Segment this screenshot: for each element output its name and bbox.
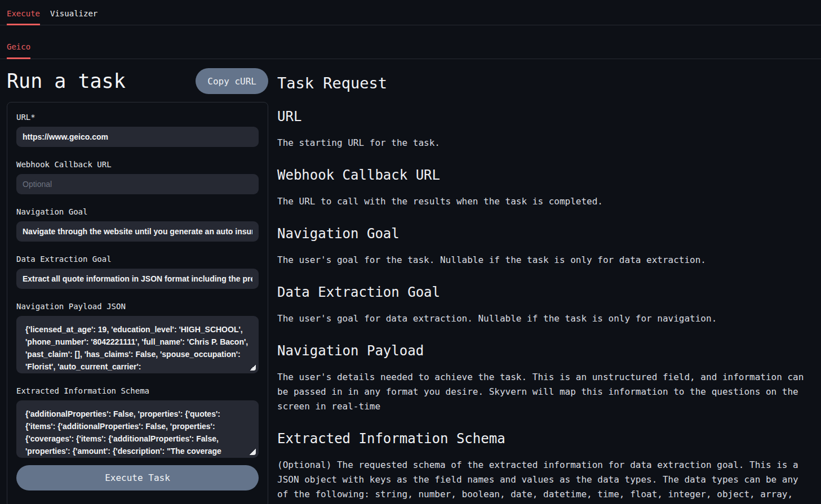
data-extraction-goal-label: Data Extraction Goal — [16, 255, 259, 264]
url-label: URL* — [16, 113, 259, 122]
run-task-panel: Run a task Copy cURL URL* Webhook Callba… — [7, 59, 268, 504]
doc-heading-webhook: Webhook Callback URL — [277, 167, 806, 183]
copy-curl-button[interactable]: Copy cURL — [196, 68, 268, 94]
data-extraction-goal-input[interactable] — [16, 269, 259, 289]
resize-handle-icon[interactable] — [250, 449, 256, 455]
navigation-payload-textarea[interactable]: {'licensed_at_age': 19, 'education_level… — [16, 316, 259, 373]
tab-visualizer[interactable]: Visualizer — [50, 0, 97, 25]
doc-heading-data-extraction-goal: Data Extraction Goal — [277, 284, 806, 300]
task-request-docs: Task Request URL The starting URL for th… — [277, 59, 806, 504]
webhook-label: Webhook Callback URL — [16, 160, 259, 169]
extracted-schema-textarea[interactable]: {'additionalProperties': False, 'propert… — [16, 400, 259, 458]
navigation-payload-wrap: {'licensed_at_age': 19, 'education_level… — [16, 316, 259, 373]
page-body: Run a task Copy cURL URL* Webhook Callba… — [0, 59, 821, 504]
doc-body-extracted-schema: (Optional) The requested schema of the e… — [277, 458, 806, 504]
doc-body-webhook: The URL to call with the results when th… — [277, 194, 806, 209]
execute-task-button[interactable]: Execute Task — [16, 465, 259, 490]
main-tabbar: Execute Visualizer — [0, 0, 821, 25]
doc-heading-extracted-schema: Extracted Information Schema — [277, 431, 806, 447]
doc-body-data-extraction-goal: The user's goal for data extraction. Nul… — [277, 311, 806, 326]
panel-header: Run a task Copy cURL — [7, 68, 268, 94]
doc-body-url: The starting URL for the task. — [277, 136, 806, 150]
docs-title: Task Request — [277, 75, 806, 92]
doc-heading-url: URL — [277, 109, 806, 124]
navigation-goal-input[interactable] — [16, 221, 259, 242]
page-title: Run a task — [7, 70, 126, 92]
tab-execute[interactable]: Execute — [7, 0, 40, 25]
url-input[interactable] — [16, 127, 259, 147]
doc-heading-navigation-goal: Navigation Goal — [277, 226, 806, 242]
task-form-card: URL* Webhook Callback URL Navigation Goa… — [7, 102, 268, 504]
extracted-schema-wrap: {'additionalProperties': False, 'propert… — [16, 400, 259, 458]
sub-tabbar: Geico — [0, 25, 821, 59]
navigation-payload-label: Navigation Payload JSON — [16, 302, 259, 311]
doc-body-navigation-goal: The user's goal for the task. Nullable i… — [277, 253, 806, 267]
webhook-input[interactable] — [16, 174, 259, 194]
extracted-schema-label: Extracted Information Schema — [16, 386, 259, 395]
doc-body-navigation-payload: The user's details needed to achieve the… — [277, 370, 806, 414]
tab-geico[interactable]: Geico — [7, 33, 30, 59]
doc-heading-navigation-payload: Navigation Payload — [277, 343, 806, 359]
navigation-goal-label: Navigation Goal — [16, 207, 259, 216]
resize-handle-icon[interactable] — [250, 364, 256, 371]
